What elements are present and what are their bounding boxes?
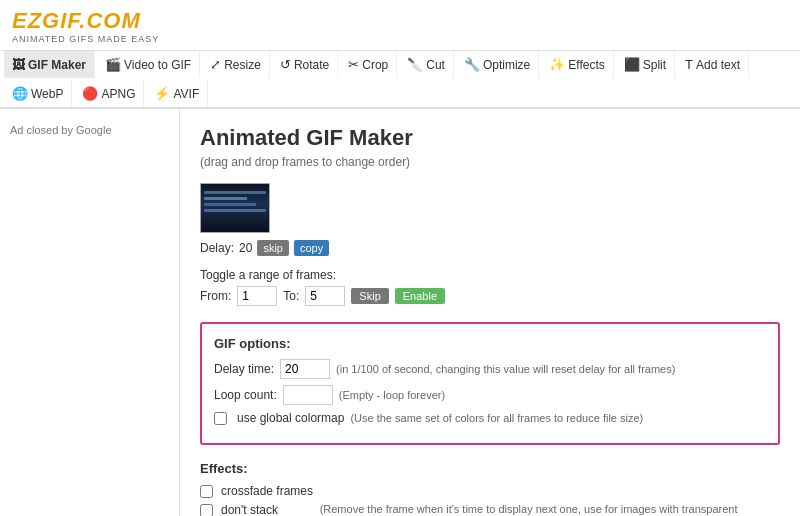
frame-area: Delay: 20 skip copy: [200, 183, 780, 256]
effect-row-0: crossfade frames: [200, 484, 780, 498]
frame-thumbnail[interactable]: [200, 183, 270, 233]
nav-icon: 🔴: [82, 86, 98, 101]
from-input[interactable]: [237, 286, 277, 306]
skip2-button[interactable]: Skip: [351, 288, 388, 304]
effect-label-1: don't stack frames: [221, 503, 314, 516]
nav-label: Effects: [568, 58, 604, 72]
nav-label: Optimize: [483, 58, 530, 72]
colormap-option-row: use global colormap (Use the same set of…: [214, 411, 766, 425]
effect-note-1: (Remove the frame when it's time to disp…: [320, 503, 780, 516]
layout: Ad closed by Google Animated GIF Maker (…: [0, 109, 800, 516]
nav-label: Split: [643, 58, 666, 72]
nav-icon: T: [685, 57, 693, 72]
nav-item-crop[interactable]: ✂Crop: [340, 51, 397, 78]
effects-title: Effects:: [200, 461, 780, 476]
nav-item-split[interactable]: ⬛Split: [616, 51, 675, 78]
enable-button[interactable]: Enable: [395, 288, 445, 304]
nav-icon: ⚡: [154, 86, 170, 101]
nav-item-avif[interactable]: ⚡AVIF: [146, 80, 208, 107]
toggle-range-title: Toggle a range of frames:: [200, 268, 780, 282]
nav-icon: 🖼: [12, 57, 25, 72]
copy-button[interactable]: copy: [294, 240, 329, 256]
nav-icon: ↺: [280, 57, 291, 72]
delay-option-row: Delay time: (in 1/100 of second, changin…: [214, 359, 766, 379]
nav-label: GIF Maker: [28, 58, 86, 72]
nav-label: Add text: [696, 58, 740, 72]
page-subtitle: (drag and drop frames to change order): [200, 155, 780, 169]
delay-time-label: Delay time:: [214, 362, 274, 376]
logo-text[interactable]: EZGIF.COM: [12, 8, 788, 34]
loop-count-input[interactable]: [283, 385, 333, 405]
sidebar-ad: Ad closed by Google: [10, 124, 169, 136]
nav-item-gif-maker[interactable]: 🖼GIF Maker: [4, 51, 95, 78]
navbar: 🖼GIF Maker🎬Video to GIF⤢Resize↺Rotate✂Cr…: [0, 51, 800, 109]
effect-checkbox-1[interactable]: [200, 504, 213, 516]
nav-item-cut[interactable]: 🔪Cut: [399, 51, 454, 78]
effect-row-1: don't stack frames (Remove the frame whe…: [200, 503, 780, 516]
nav-icon: ✂: [348, 57, 359, 72]
nav-label: Crop: [362, 58, 388, 72]
nav-icon: ⬛: [624, 57, 640, 72]
nav-item-webp[interactable]: 🌐WebP: [4, 80, 72, 107]
nav-icon: 🎬: [105, 57, 121, 72]
nav-item-apng[interactable]: 🔴APNG: [74, 80, 144, 107]
loop-count-label: Loop count:: [214, 388, 277, 402]
sidebar: Ad closed by Google: [0, 109, 180, 516]
nav-item-resize[interactable]: ⤢Resize: [202, 51, 270, 78]
toggle-range-section: Toggle a range of frames: From: To: Skip…: [200, 268, 780, 306]
to-input[interactable]: [305, 286, 345, 306]
nav-icon: 🌐: [12, 86, 28, 101]
effect-checkbox-0[interactable]: [200, 485, 213, 498]
nav-icon: 🔪: [407, 57, 423, 72]
nav-label: APNG: [101, 87, 135, 101]
nav-label: Resize: [224, 58, 261, 72]
nav-item-rotate[interactable]: ↺Rotate: [272, 51, 338, 78]
header: EZGIF.COM ANIMATED GIFS MADE EASY: [0, 0, 800, 51]
nav-label: Video to GIF: [124, 58, 191, 72]
delay-label: Delay:: [200, 241, 234, 255]
to-label: To:: [283, 289, 299, 303]
gif-options-title: GIF options:: [214, 336, 766, 351]
delay-value: 20: [239, 241, 252, 255]
from-label: From:: [200, 289, 231, 303]
sidebar-ad-text: Ad closed by Google: [10, 124, 112, 136]
nav-icon: 🔧: [464, 57, 480, 72]
nav-item-add-text[interactable]: TAdd text: [677, 51, 749, 78]
delay-time-note: (in 1/100 of second, changing this value…: [336, 363, 675, 375]
colormap-checkbox[interactable]: [214, 412, 227, 425]
loop-option-row: Loop count: (Empty - loop forever): [214, 385, 766, 405]
nav-item-effects[interactable]: ✨Effects: [541, 51, 613, 78]
delay-row: Delay: 20 skip copy: [200, 240, 780, 256]
logo: EZGIF.COM ANIMATED GIFS MADE EASY: [12, 8, 788, 44]
nav-label: Cut: [426, 58, 445, 72]
nav-icon: ⤢: [210, 57, 221, 72]
colormap-note: (Use the same set of colors for all fram…: [350, 412, 643, 424]
effect-label-0: crossfade frames: [221, 484, 313, 498]
logo-subtitle: ANIMATED GIFS MADE EASY: [12, 34, 788, 44]
toggle-range-row: From: To: Skip Enable: [200, 286, 780, 306]
nav-label: Rotate: [294, 58, 329, 72]
gif-options-box: GIF options: Delay time: (in 1/100 of se…: [200, 322, 780, 445]
nav-icon: ✨: [549, 57, 565, 72]
nav-item-video-to-gif[interactable]: 🎬Video to GIF: [97, 51, 200, 78]
nav-item-optimize[interactable]: 🔧Optimize: [456, 51, 539, 78]
skip-button[interactable]: skip: [257, 240, 289, 256]
page-title: Animated GIF Maker: [200, 125, 780, 151]
colormap-label: use global colormap: [237, 411, 344, 425]
main-content: Animated GIF Maker (drag and drop frames…: [180, 109, 800, 516]
loop-count-note: (Empty - loop forever): [339, 389, 445, 401]
nav-label: WebP: [31, 87, 63, 101]
nav-label: AVIF: [173, 87, 199, 101]
delay-time-input[interactable]: [280, 359, 330, 379]
effects-section: Effects: crossfade frames don't stack fr…: [200, 461, 780, 516]
